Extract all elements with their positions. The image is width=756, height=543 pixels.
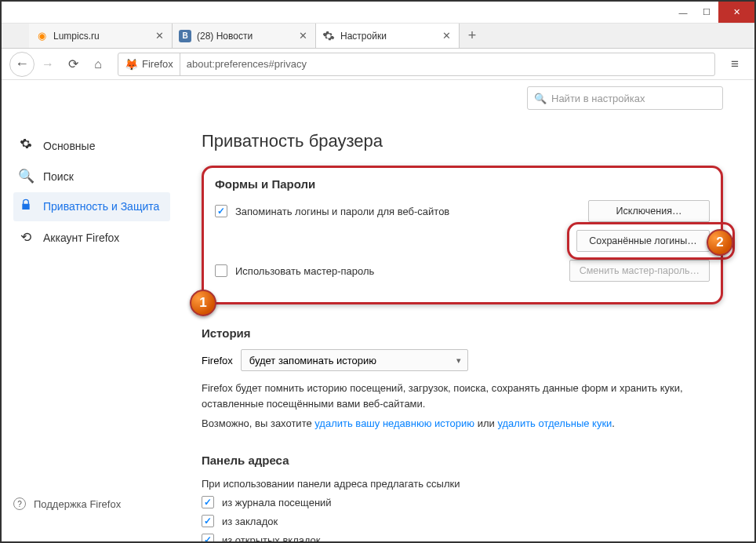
checkbox-label: из закладок — [222, 516, 278, 527]
checkbox-icon — [215, 264, 227, 277]
new-tab-button[interactable]: + — [460, 24, 485, 48]
suggest-opentabs-checkbox[interactable]: из открытых вкладок — [202, 534, 723, 543]
category-label: Приватность и Защита — [43, 200, 159, 214]
category-general[interactable]: Основные — [13, 131, 170, 160]
checkbox-label: Использовать мастер-пароль — [235, 265, 374, 277]
support-link[interactable]: ? Поддержка Firefox — [13, 497, 121, 510]
history-description: Firefox будет помнить историю посещений,… — [202, 381, 723, 411]
search-placeholder: Найти в настройках — [551, 93, 645, 104]
lock-icon — [18, 199, 34, 215]
remove-cookies-link[interactable]: удалить отдельные куки — [497, 417, 612, 429]
window-close-button[interactable]: ✕ — [718, 2, 754, 23]
section-heading: История — [202, 326, 723, 340]
suggest-history-checkbox[interactable]: из журнала посещений — [202, 496, 723, 508]
change-master-password-button[interactable]: Сменить мастер-пароль… — [569, 260, 710, 282]
search-icon: 🔍 — [534, 93, 547, 104]
saved-logins-button[interactable]: Сохранённые логины… — [576, 230, 710, 252]
annotation-badge-1: 1 — [190, 290, 216, 316]
window-titlebar: — ☐ ✕ — [2, 2, 754, 24]
firefox-icon: 🦊 — [125, 58, 138, 71]
window-maximize-button[interactable]: ☐ — [695, 2, 718, 23]
tab-close-icon[interactable]: ✕ — [297, 30, 309, 42]
text-fragment: Возможно, вы захотите — [202, 417, 314, 429]
search-preferences-input[interactable]: 🔍 Найти в настройках — [527, 86, 723, 110]
search-icon: 🔍 — [18, 168, 34, 184]
checkbox-icon — [215, 205, 227, 217]
addressbar-description: При использовании панели адреса предлага… — [202, 476, 723, 492]
identity-label: Firefox — [142, 58, 173, 70]
gear-icon — [18, 137, 34, 154]
clear-recent-history-link[interactable]: удалить вашу недавнюю историю — [314, 417, 474, 429]
history-mode-select[interactable]: будет запоминать историю — [241, 349, 468, 371]
app-menu-button[interactable]: ≡ — [723, 56, 747, 72]
support-label: Поддержка Firefox — [34, 498, 121, 510]
category-privacy[interactable]: Приватность и Защита — [13, 192, 170, 221]
checkbox-label: из открытых вкладок — [222, 534, 320, 544]
section-heading: Панель адреса — [202, 454, 723, 467]
history-links-line: Возможно, вы захотите удалить вашу недав… — [202, 416, 723, 432]
checkbox-icon — [202, 496, 214, 508]
text-fragment: . — [612, 417, 615, 429]
suggest-bookmarks-checkbox[interactable]: из закладок — [202, 515, 723, 527]
favicon-vk: B — [179, 30, 191, 42]
tab-close-icon[interactable]: ✕ — [154, 30, 165, 42]
category-label: Основные — [43, 140, 95, 152]
text-fragment: или — [474, 417, 497, 429]
exceptions-button[interactable]: Исключения… — [588, 200, 710, 222]
tab-settings[interactable]: Настройки ✕ — [316, 24, 460, 48]
addressbar-section: Панель адреса При использовании панели а… — [202, 454, 723, 544]
checkbox-icon — [202, 515, 214, 527]
gear-icon — [322, 30, 335, 42]
forms-passwords-section: Формы и Пароли Запоминать логины и парол… — [202, 166, 723, 304]
categories-sidebar: Основные 🔍 Поиск Приватность и Защита ⟲ … — [2, 80, 170, 541]
category-search[interactable]: 🔍 Поиск — [13, 162, 170, 191]
category-sync[interactable]: ⟲ Аккаунт Firefox — [13, 223, 170, 252]
category-label: Аккаунт Firefox — [43, 231, 119, 244]
master-password-checkbox[interactable]: Использовать мастер-пароль — [215, 264, 374, 277]
section-heading: Формы и Пароли — [215, 177, 710, 191]
history-section: История Firefox будет запоминать историю… — [202, 326, 723, 432]
favicon-lumpics: ◉ — [35, 30, 48, 42]
forward-button[interactable]: → — [36, 53, 60, 76]
checkbox-icon — [202, 534, 214, 543]
remember-logins-checkbox[interactable]: Запоминать логины и пароли для веб-сайто… — [215, 205, 449, 217]
reload-button[interactable]: ⟳ — [61, 53, 85, 76]
site-identity[interactable]: 🦊 Firefox — [118, 53, 180, 75]
nav-toolbar: ← → ⟳ ⌂ 🦊 Firefox about:preferences#priv… — [2, 49, 754, 80]
checkbox-label: из журнала посещений — [222, 497, 332, 508]
url-text: about:preferences#privacy — [180, 58, 714, 70]
help-icon: ? — [13, 497, 26, 510]
sync-icon: ⟲ — [18, 229, 34, 246]
annotation-badge-2: 2 — [707, 229, 733, 256]
tab-label: Настройки — [340, 31, 441, 42]
category-label: Поиск — [43, 170, 74, 183]
main-pane: 🔍 Найти в настройках Приватность браузер… — [170, 80, 754, 541]
home-button[interactable]: ⌂ — [86, 53, 110, 76]
select-value: будет запоминать историю — [249, 355, 376, 366]
page-title: Приватность браузера — [202, 131, 723, 151]
tab-label: Lumpics.ru — [53, 31, 154, 42]
tab-bar: ◉ Lumpics.ru ✕ B (28) Новости ✕ Настройк… — [2, 24, 754, 49]
tab-lumpics[interactable]: ◉ Lumpics.ru ✕ — [29, 24, 173, 48]
checkbox-label: Запоминать логины и пароли для веб-сайто… — [235, 206, 449, 217]
tab-vk-news[interactable]: B (28) Новости ✕ — [173, 24, 316, 48]
window-minimize-button[interactable]: — — [671, 2, 695, 23]
tab-close-icon[interactable]: ✕ — [441, 30, 453, 42]
url-bar[interactable]: 🦊 Firefox about:preferences#privacy — [118, 53, 715, 76]
back-button[interactable]: ← — [9, 52, 35, 77]
preferences-content: Основные 🔍 Поиск Приватность и Защита ⟲ … — [2, 80, 754, 541]
tab-label: (28) Новости — [197, 31, 297, 42]
history-firefox-label: Firefox — [202, 355, 233, 366]
